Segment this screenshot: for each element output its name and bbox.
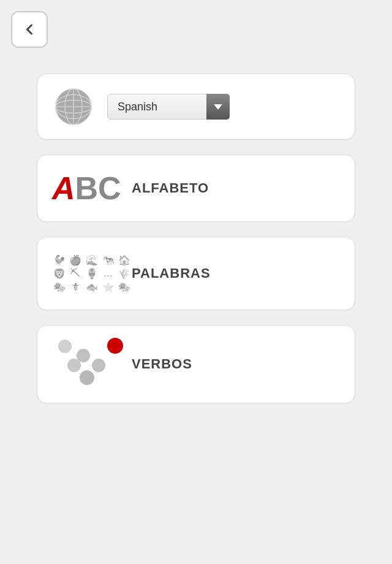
- dot-4: [92, 359, 105, 372]
- palabras-label: PALABRAS: [132, 265, 211, 281]
- verbos-label: VERBOS: [132, 356, 192, 372]
- letter-a: A: [52, 170, 75, 206]
- grid-icon-4: 🐄: [101, 254, 116, 266]
- grid-icon-13: 🐟: [85, 281, 99, 293]
- letters-bc: BC: [75, 170, 121, 206]
- grid-icon-7: ⛏: [69, 268, 83, 280]
- dot-3: [67, 359, 81, 372]
- grid-icon-1: 🐓: [52, 254, 67, 266]
- palabras-icon-grid: 🐓 🍎 🌊 🐄 🏠 🦁 ⛏ 🏺 … 🌾 🎭 🗡 🐟 ⭐ 🎭: [52, 254, 132, 293]
- grid-icon-3: 🌊: [85, 254, 99, 266]
- back-arrow-icon: [21, 21, 38, 38]
- grid-icon-10: 🌾: [117, 268, 132, 280]
- alfabeto-label: ALFABETO: [132, 180, 209, 196]
- palabras-card[interactable]: 🐓 🍎 🌊 🐄 🏠 🦁 ⛏ 🏺 … 🌾 🎭 🗡 🐟 ⭐ 🎭 PALABRAS: [37, 237, 355, 310]
- language-select[interactable]: Spanish French German Italian Portuguese…: [107, 94, 230, 120]
- alfabeto-card[interactable]: ABC ALFABETO: [37, 154, 355, 222]
- grid-icon-11: 🎭: [52, 281, 67, 293]
- back-button[interactable]: [11, 11, 48, 48]
- grid-icon-6: 🦁: [52, 268, 67, 280]
- language-select-container[interactable]: Spanish French German Italian Portuguese…: [107, 94, 230, 120]
- cards-container: Spanish French German Italian Portuguese…: [37, 74, 355, 403]
- abc-icon: ABC: [52, 170, 132, 207]
- grid-icon-5: 🏠: [117, 254, 132, 266]
- grid-icon-15: 🎭: [117, 281, 132, 293]
- grid-icon-14: ⭐: [101, 281, 116, 293]
- dot-red: [107, 338, 123, 354]
- grid-icon-9: …: [101, 268, 116, 280]
- dot-5: [80, 370, 94, 385]
- language-card[interactable]: Spanish French German Italian Portuguese…: [37, 74, 355, 140]
- language-selector-wrapper[interactable]: Spanish French German Italian Portuguese…: [107, 94, 230, 120]
- grid-icon-12: 🗡: [69, 281, 83, 293]
- grid-icon-8: 🏺: [85, 268, 99, 280]
- dot-1: [58, 340, 72, 353]
- grid-icon-2: 🍎: [69, 254, 83, 266]
- verbos-card[interactable]: VERBOS: [37, 325, 355, 403]
- globe-icon: [52, 85, 95, 128]
- verbos-icon: [52, 337, 132, 392]
